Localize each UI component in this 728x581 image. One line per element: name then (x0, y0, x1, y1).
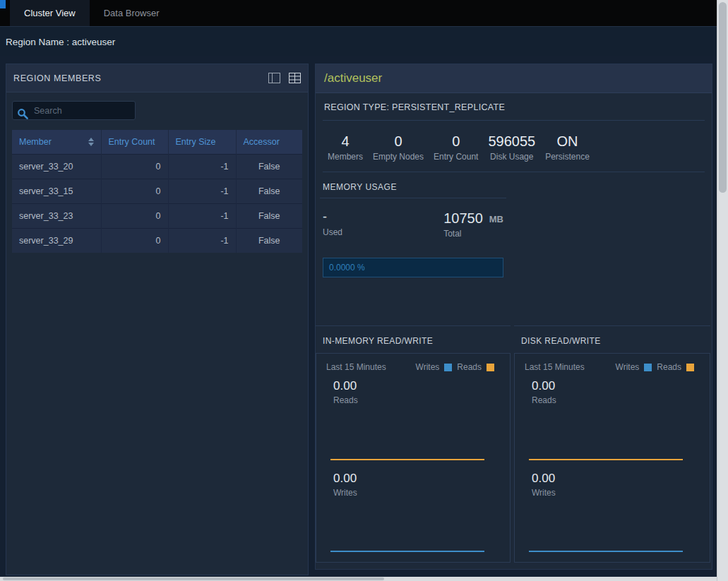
memory-unit: MB (489, 210, 503, 239)
stat-value: 0 (394, 133, 402, 149)
reads-sparkline (330, 459, 484, 460)
entry-size-cell: -1 (168, 204, 236, 229)
region-stats-row: 4 Members 0 Empty Nodes 0 Entry Count 59… (323, 121, 705, 172)
table-row[interactable]: server_33_15 0 -1 False (12, 179, 302, 204)
stat-label: Disk Usage (490, 152, 533, 162)
disk-chart-title: DISK READ/WRITE (514, 326, 710, 353)
tab-cluster-view[interactable]: Cluster View (10, 0, 90, 26)
inmemory-chart-title: IN-MEMORY READ/WRITE (316, 326, 511, 353)
period-label: Last 15 Minutes (326, 362, 386, 372)
search-row (6, 92, 308, 123)
stat-label: Persistence (545, 152, 590, 162)
member-cell: server_33_29 (12, 229, 101, 253)
empty-cell (514, 172, 710, 326)
horizontal-scrollbar-thumb[interactable] (3, 577, 384, 580)
region-members-title: REGION MEMBERS (13, 73, 101, 83)
memory-used-block: - Used (323, 210, 342, 239)
period-label: Last 15 Minutes (525, 362, 585, 372)
entry-count-cell: 0 (101, 155, 168, 179)
stat-members: 4 Members (323, 133, 368, 162)
main-area: REGION MEMBERS (0, 56, 717, 575)
corner-accent (0, 0, 6, 8)
vertical-scrollbar-thumb[interactable] (719, 2, 727, 193)
legend-reads-label: Reads (457, 362, 482, 372)
reads-color-swatch (686, 364, 694, 371)
stat-entry-count: 0 Entry Count (429, 133, 483, 162)
reads-label: Reads (532, 395, 700, 405)
column-header-member[interactable]: Member (12, 130, 101, 155)
legend-writes-label: Writes (416, 362, 440, 372)
search-icon (17, 108, 28, 119)
accessor-cell: False (236, 155, 302, 179)
stat-label: Empty Nodes (373, 152, 424, 162)
accessor-cell: False (236, 229, 302, 253)
memory-total-value: 10750 (443, 210, 483, 227)
reads-color-swatch (487, 364, 494, 371)
writes-sparkline (529, 551, 683, 552)
column-header-accessor[interactable]: Accessor (236, 130, 302, 155)
memory-usage-section: MEMORY USAGE - Used 10750 Total MB (316, 172, 511, 326)
column-header-entry-count[interactable]: Entry Count (101, 130, 168, 155)
table-row[interactable]: server_33_20 0 -1 False (12, 155, 302, 179)
stat-persistence: ON Persistence (540, 133, 595, 162)
writes-value: 0.00 (333, 472, 500, 486)
chart-legend: Writes Reads (616, 362, 700, 372)
sort-icon[interactable] (88, 138, 94, 146)
writes-value: 0.00 (532, 472, 700, 486)
column-header-member-label: Member (19, 137, 52, 147)
region-type-label: REGION TYPE: PERSISTENT_REPLICATE (323, 93, 705, 121)
memory-total-block: 10750 Total (443, 210, 483, 239)
table-row[interactable]: server_33_29 0 -1 False (12, 229, 302, 253)
entry-size-cell: -1 (168, 179, 236, 204)
stat-label: Members (328, 152, 363, 162)
stat-empty-nodes: 0 Empty Nodes (368, 133, 429, 162)
table-row[interactable]: server_33_23 0 -1 False (12, 204, 302, 229)
region-members-panel: REGION MEMBERS (6, 64, 309, 575)
stat-value: 0 (452, 133, 460, 149)
memory-used-label: Used (323, 227, 342, 237)
chart-legend: Writes Reads (416, 362, 500, 372)
writes-color-swatch (644, 364, 652, 371)
grid-view-icon[interactable] (289, 73, 301, 83)
member-cell: server_33_15 (12, 179, 101, 204)
members-table: Member Entry Count Entry Size Accessor s… (12, 130, 302, 253)
reads-value: 0.00 (532, 379, 700, 393)
region-detail-header: /activeuser (316, 64, 712, 93)
entry-size-cell: -1 (168, 155, 236, 179)
horizontal-scrollbar[interactable] (0, 577, 717, 581)
vertical-scrollbar[interactable] (717, 0, 728, 581)
stat-value: ON (557, 133, 578, 149)
stat-value: 4 (341, 133, 349, 149)
top-tab-bar: Cluster View Data Browser (0, 0, 717, 27)
disk-chart: Last 15 Minutes Writes Reads 0.00 Reads … (514, 353, 710, 563)
legend-reads-label: Reads (657, 362, 681, 372)
accessor-cell: False (236, 179, 302, 204)
member-cell: server_33_23 (12, 204, 101, 229)
legend-writes-label: Writes (616, 362, 640, 372)
writes-sparkline (330, 551, 484, 552)
memory-progress-bar: 0.0000 % (323, 258, 503, 277)
view-toggle-group (268, 73, 301, 83)
memory-total-label: Total (443, 229, 483, 239)
member-cell: server_33_20 (12, 155, 101, 179)
tab-data-browser[interactable]: Data Browser (90, 0, 174, 26)
memory-progress-text: 0.0000 % (329, 263, 365, 272)
search-input[interactable] (12, 101, 136, 120)
memory-used-value: - (323, 210, 342, 225)
writes-label: Writes (532, 488, 700, 498)
entry-count-cell: 0 (101, 229, 168, 253)
stat-value: 596055 (488, 133, 535, 149)
region-detail-panel: /activeuser REGION TYPE: PERSISTENT_REPL… (315, 64, 712, 570)
stat-disk-usage: 596055 Disk Usage (483, 133, 540, 162)
entry-size-cell: -1 (168, 229, 236, 253)
reads-sparkline (529, 459, 683, 460)
reads-label: Reads (333, 395, 500, 405)
column-header-entry-size[interactable]: Entry Size (168, 130, 236, 155)
memory-usage-title: MEMORY USAGE (320, 172, 506, 198)
region-name-row: Region Name : activeuser (0, 27, 717, 56)
split-view-icon[interactable] (268, 73, 280, 83)
region-members-header: REGION MEMBERS (6, 64, 308, 92)
accessor-cell: False (236, 204, 302, 229)
page-title: /activeuser (324, 71, 382, 85)
members-table-header: Member Entry Count Entry Size Accessor (12, 130, 302, 155)
